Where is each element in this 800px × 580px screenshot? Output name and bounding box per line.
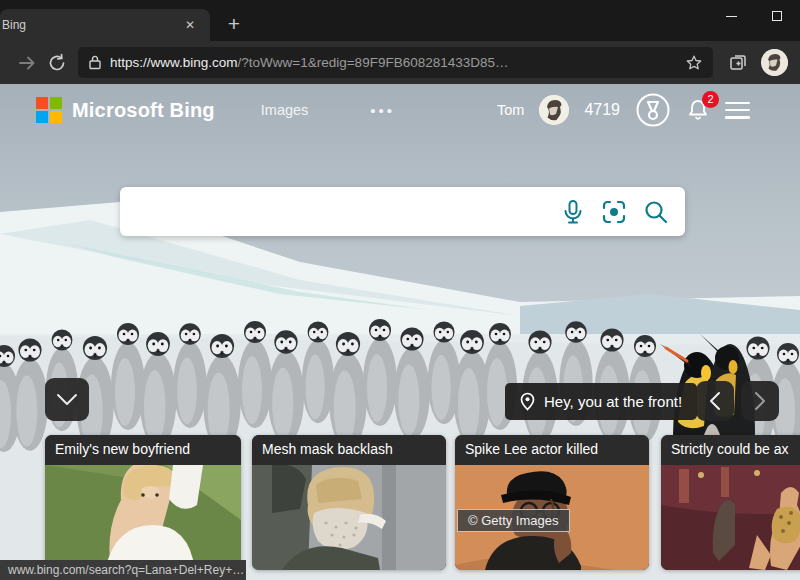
new-tab-button[interactable]: + [220,11,248,39]
news-card[interactable]: Strictly could be ax [661,435,800,570]
news-card-image [45,465,241,570]
minimize-icon [726,16,737,17]
user-portrait-icon [539,95,569,125]
news-card-title: Strictly could be ax [661,435,800,465]
bing-homepage: Microsoft Bing Images ••• Tom 4719 2 H [0,84,800,580]
chevron-right-icon [754,391,766,411]
collections-button[interactable] [723,48,753,78]
news-card-title: Spike Lee actor killed [455,435,649,465]
news-card-title: Mesh mask backlash [252,435,446,465]
tab-bing[interactable]: Bing ✕ [0,9,210,41]
url-path: /?toWww=1&redig=89F9FB608281433D85… [238,55,509,70]
news-card[interactable]: Mesh mask backlash [252,435,446,570]
visual-search-icon[interactable] [601,199,627,225]
address-bar[interactable]: https://www.bing.com/?toWww=1&redig=89F9… [78,47,713,78]
carousel-next-button[interactable] [741,381,779,421]
image-hotspot-tooltip[interactable]: Hey, you at the front! [505,383,697,420]
more-menu-button[interactable]: ••• [370,102,395,119]
window-controls [708,0,800,41]
search-icon[interactable] [643,199,669,225]
user-name[interactable]: Tom [497,102,524,118]
rewards-points[interactable]: 4719 [584,101,620,119]
ms-square-green [50,97,62,109]
profile-portrait-icon [761,49,788,76]
header-right-group: Tom 4719 2 [497,92,750,128]
search-box[interactable] [120,187,685,236]
hamburger-menu-button[interactable] [725,102,750,119]
maximize-icon [772,11,782,21]
location-pin-icon [520,392,535,411]
ms-square-yellow [50,111,62,123]
browser-toolbar: https://www.bing.com/?toWww=1&redig=89F9… [0,41,800,84]
collections-icon [728,53,748,73]
chevron-down-icon [56,393,78,407]
favorites-star-icon[interactable] [685,54,703,72]
forward-arrow-icon [17,53,37,73]
title-bar: Bing ✕ + [0,0,800,41]
minimize-button[interactable] [708,0,754,32]
refresh-button[interactable] [42,48,72,78]
tab-title: Bing [2,18,180,32]
user-avatar[interactable] [539,95,569,125]
ms-square-blue [36,111,48,123]
browser-profile-avatar[interactable] [761,49,788,76]
notification-badge: 2 [702,91,719,108]
close-tab-icon[interactable]: ✕ [180,16,200,34]
url-host: https://www.bing.com [110,55,238,70]
news-card-image [252,465,446,570]
bing-brand-title[interactable]: Microsoft Bing [72,99,215,122]
bing-header: Microsoft Bing Images ••• Tom 4719 2 [0,84,800,136]
microphone-icon[interactable] [561,199,585,225]
image-credit: © Getty Images [457,509,570,532]
microsoft-logo[interactable] [36,97,62,123]
rewards-medal-icon[interactable] [635,92,671,128]
maximize-button[interactable] [754,0,800,32]
news-card[interactable]: Spike Lee actor killed © Getty Images [455,435,649,570]
ms-square-red [36,97,48,109]
chevron-left-icon [709,391,721,411]
notifications-button[interactable]: 2 [686,98,710,122]
url-text: https://www.bing.com/?toWww=1&redig=89F9… [110,55,685,70]
news-card-image [661,465,800,570]
forward-button[interactable] [12,48,42,78]
nav-images-link[interactable]: Images [261,102,309,118]
lock-icon [88,55,102,70]
news-cards-carousel: Emily's new boyfriend Mesh mask backlash [45,435,800,571]
search-input[interactable] [136,203,545,221]
refresh-icon [47,53,67,73]
image-info-toggle-button[interactable] [45,378,89,421]
status-bar-link-preview: www.bing.com/search?q=Lana+Del+Rey+… [0,560,246,580]
news-card-title: Emily's new boyfriend [45,435,241,465]
tooltip-text: Hey, you at the front! [544,393,682,410]
news-card[interactable]: Emily's new boyfriend [45,435,241,570]
carousel-previous-button[interactable] [696,381,734,421]
